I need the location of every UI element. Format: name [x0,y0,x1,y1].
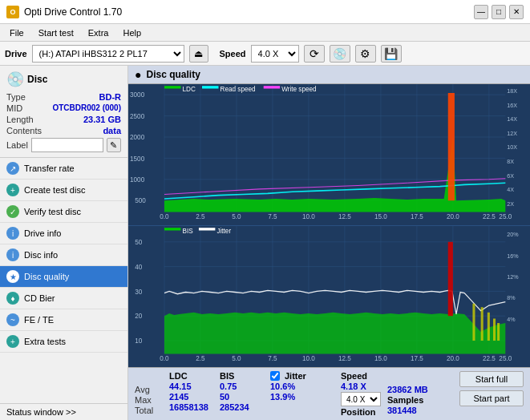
drive-info-icon: i [6,227,19,240]
status-window-button[interactable]: Status window >> [0,403,127,420]
stats-bar: Avg Max Total LDC 44.15 2145 [128,367,530,420]
label-edit-button[interactable]: ✎ [107,138,121,152]
samples-col-header: Samples [387,395,423,405]
maximize-button[interactable]: □ [492,5,506,19]
close-button[interactable]: ✕ [509,5,524,19]
svg-rect-94 [497,323,500,341]
charts-area: 3000 2500 2000 1500 1000 500 18X 16X 14X… [128,84,530,367]
svg-rect-45 [164,86,180,88]
svg-text:7.5: 7.5 [268,212,277,220]
menu-help[interactable]: Help [116,26,148,39]
svg-text:20%: 20% [507,231,519,238]
jitter-avg-row: 10.6% [270,382,334,391]
sidebar-item-fe-te[interactable]: ~ FE / TE [0,309,127,331]
bis-max-row: 50 [220,392,264,402]
max-jitter: 13.9% [270,392,306,402]
menu-start-test[interactable]: Start test [32,26,80,39]
cd-bier-icon: ♦ [6,292,19,305]
label-input[interactable] [31,138,103,152]
svg-text:500: 500 [135,196,146,204]
fe-te-icon: ~ [6,313,19,326]
svg-text:7.5: 7.5 [268,354,277,362]
bis-col-header: BIS [220,371,234,381]
position-col-header: Position [341,407,375,417]
avg-bis: 0.75 [220,382,264,391]
main-area: 💿 Disc Type BD-R MID OTCBDR002 (000) Len… [0,66,530,420]
app-title: Opti Drive Control 1.70 [24,6,122,18]
jitter-chart: 50 40 30 20 10 20% 16% 12% 8% 4% 0.0 2.5… [128,226,530,367]
svg-text:10: 10 [135,337,142,345]
max-label: Max [135,395,163,405]
sidebar-item-drive-info[interactable]: i Drive info [0,223,127,244]
samples-value: 381448 [387,406,423,415]
svg-text:18X: 18X [507,87,517,95]
svg-text:2.5: 2.5 [196,212,205,220]
mid-value: OTCBDR002 (000) [52,103,121,113]
speed-select-row[interactable]: 4.0 X [341,392,381,406]
cd-bier-label: CD Bier [24,293,55,303]
eject-button[interactable]: ⏏ [189,45,208,63]
settings-button[interactable]: ⚙ [355,45,376,63]
label-label: Label [6,140,28,150]
speed-val-row: 4.18 X [341,382,381,391]
start-part-button[interactable]: Start part [459,390,524,406]
speed-value: 4.18 X [341,382,366,391]
svg-text:10X: 10X [507,143,517,151]
sidebar-item-disc-quality[interactable]: ★ Disc quality [0,266,127,288]
sidebar-item-verify-test-disc[interactable]: ✓ Verify test disc [0,201,127,223]
position-val-row: 23862 MB [387,385,428,394]
disc-quality-header: ● Disc quality [128,66,530,84]
menu-file[interactable]: File [3,26,30,39]
svg-text:5.0: 5.0 [232,212,241,220]
svg-text:Jitter: Jitter [216,227,231,235]
total-row: Total [135,406,163,415]
jitter-col-header: Jitter [285,371,306,381]
ldc-col: LDC 44.15 2145 16858138 [169,371,213,417]
disc-info-label: Disc info [24,250,58,260]
sidebar-item-extra-tests[interactable]: + Extra tests [0,331,127,353]
svg-rect-47 [202,86,218,88]
sidebar-item-create-test-disc[interactable]: + Create test disc [0,180,127,201]
bis-total-row: 285234 [220,402,264,412]
jitter-header: Jitter [270,371,334,381]
bis-col: BIS 0.75 50 285234 [220,371,264,417]
svg-text:3000: 3000 [130,91,144,99]
menu-extra[interactable]: Extra [82,26,115,39]
svg-text:20.0: 20.0 [447,212,459,220]
svg-rect-44 [448,93,455,200]
sidebar-item-cd-bier[interactable]: ♦ CD Bier [0,288,127,309]
type-label: Type [6,92,26,102]
disc-quality-label: Disc quality [24,272,69,281]
verify-test-icon: ✓ [6,205,19,218]
svg-text:50: 50 [135,238,142,246]
drive-select[interactable]: (H:) ATAPI iHBS312 2 PL17 [32,45,184,63]
refresh-button[interactable]: ⟳ [304,45,325,63]
svg-text:BIS: BIS [182,227,192,235]
avg-row: Avg [135,385,163,394]
speed-label: Speed [220,49,246,59]
minimize-button[interactable]: — [474,5,488,19]
svg-text:1500: 1500 [130,154,144,162]
total-bis: 285234 [220,402,264,412]
jitter-col: Jitter 10.6% 13.9% [270,371,334,417]
save-button[interactable]: 💾 [381,45,402,63]
sidebar-item-transfer-rate[interactable]: ↗ Transfer rate [0,158,127,180]
jitter-chart-svg: 50 40 30 20 10 20% 16% 12% 8% 4% 0.0 2.5… [128,226,530,367]
disc-header: 💿 Disc [6,71,121,88]
speed-select[interactable]: 4.0 X 1.0 X 2.0 X 8.0 X [251,45,299,63]
svg-text:40: 40 [135,263,142,271]
sidebar-item-disc-info[interactable]: i Disc info [0,244,127,266]
app-icon: O [6,6,19,18]
speed-select-stats[interactable]: 4.0 X [341,392,381,406]
svg-rect-95 [164,228,180,230]
drive-info-label: Drive info [24,228,61,238]
content-area: ● Disc quality [128,66,530,420]
disc-button[interactable]: 💿 [330,45,350,63]
window-controls: — □ ✕ [474,5,524,19]
disc-mid-row: MID OTCBDR002 (000) [6,103,121,114]
jitter-checkbox[interactable] [270,371,280,381]
start-full-button[interactable]: Start full [459,371,524,387]
verify-test-label: Verify test disc [24,207,81,216]
svg-rect-89 [448,242,453,316]
svg-text:22.5: 22.5 [483,212,496,220]
